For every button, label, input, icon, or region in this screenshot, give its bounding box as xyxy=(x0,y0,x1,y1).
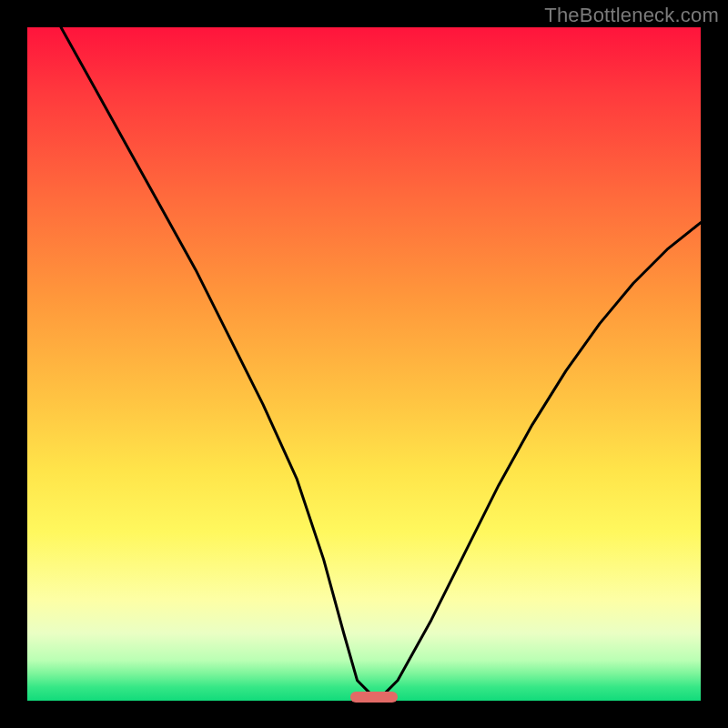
axis-border-right xyxy=(701,27,728,701)
plot-area xyxy=(27,27,701,701)
watermark-text: TheBottleneck.com xyxy=(544,4,719,27)
axis-border-bottom xyxy=(27,701,701,728)
axis-border-left xyxy=(0,27,27,701)
chart-frame: TheBottleneck.com xyxy=(0,0,728,728)
optimal-range-marker xyxy=(350,692,398,703)
bottleneck-curve xyxy=(27,27,701,701)
